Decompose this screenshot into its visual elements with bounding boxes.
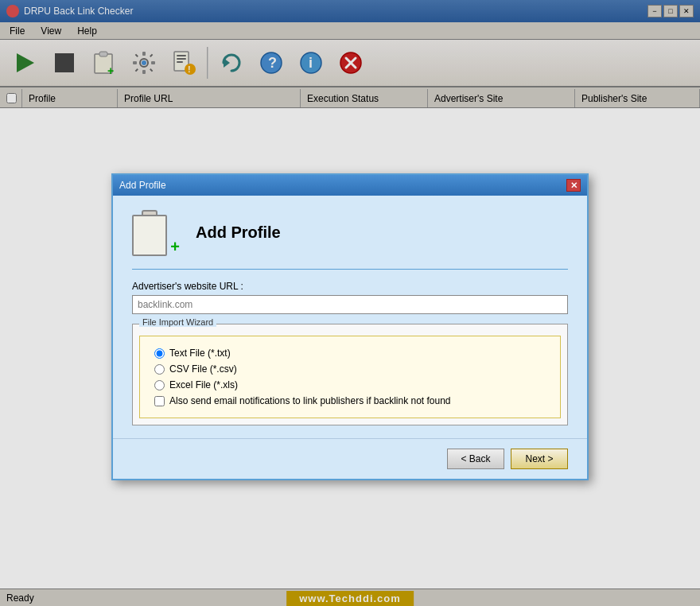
add-profile-dialog: Add Profile ✕ + Add Profile Advertiser's… xyxy=(111,173,589,480)
dialog-body: + Add Profile Advertiser's website URL :… xyxy=(113,196,587,438)
file-type-txt-radio[interactable] xyxy=(154,348,165,359)
dialog-header: + Add Profile xyxy=(132,208,568,256)
file-type-csv-label: CSV File (*.csv) xyxy=(169,363,237,375)
next-button[interactable]: Next > xyxy=(511,449,568,469)
back-button[interactable]: < Back xyxy=(447,449,504,469)
file-type-csv-radio[interactable] xyxy=(154,364,165,375)
dialog-divider xyxy=(132,269,568,270)
file-type-csv-option: CSV File (*.csv) xyxy=(154,363,546,375)
file-type-txt-option: Text File (*.txt) xyxy=(154,348,546,359)
clipboard-body xyxy=(132,215,167,256)
email-notify-option: Also send email notifications to link pu… xyxy=(154,395,546,406)
advertiser-url-input[interactable] xyxy=(132,295,568,314)
file-import-wizard: File Import Wizard Text File (*.txt) CSV… xyxy=(132,324,568,425)
clipboard-plus-icon: + xyxy=(170,239,180,254)
file-type-xls-radio[interactable] xyxy=(154,380,165,390)
dialog-heading: Add Profile xyxy=(196,223,281,242)
dialog-icon: + xyxy=(132,208,180,256)
advertiser-label: Advertiser's website URL : xyxy=(132,281,568,292)
dialog-titlebar: Add Profile ✕ xyxy=(113,175,587,196)
file-type-txt-label: Text File (*.txt) xyxy=(169,348,231,359)
dialog-buttons: < Back Next > xyxy=(113,438,587,479)
modal-overlay: Add Profile ✕ + Add Profile Advertiser's… xyxy=(0,0,700,606)
email-notify-checkbox[interactable] xyxy=(154,396,165,406)
dialog-title: Add Profile xyxy=(119,180,166,191)
email-notify-label: Also send email notifications to link pu… xyxy=(169,395,451,406)
wizard-label: File Import Wizard xyxy=(139,317,216,327)
wizard-content: Text File (*.txt) CSV File (*.csv) Excel… xyxy=(139,336,561,418)
file-type-xls-label: Excel File (*.xls) xyxy=(169,379,238,390)
file-type-xls-option: Excel File (*.xls) xyxy=(154,379,546,390)
dialog-close-button[interactable]: ✕ xyxy=(566,179,581,192)
